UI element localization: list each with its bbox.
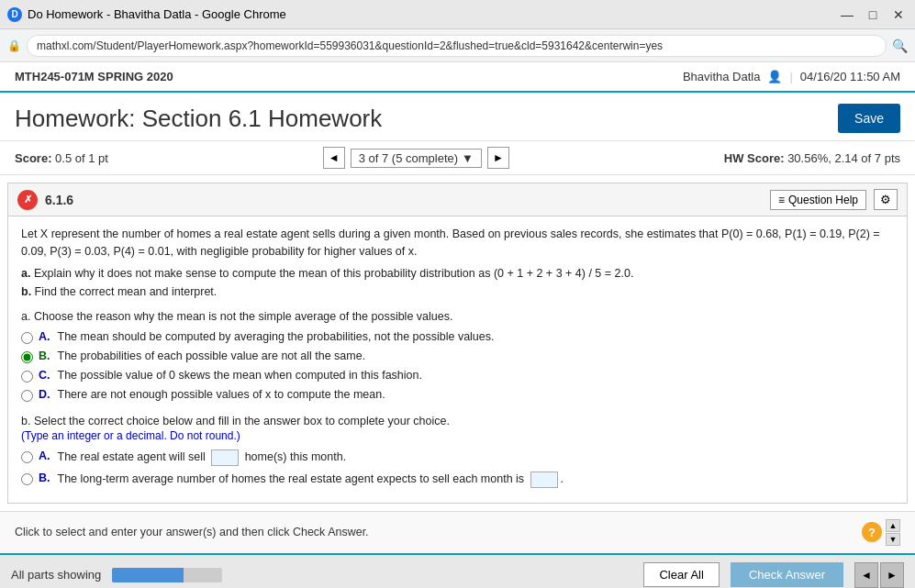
option-d-text: There are not enough possible values of … [58,388,385,401]
option-a-label: A. [39,330,50,343]
option-b-input[interactable] [530,472,558,488]
progress-text: 3 of 7 (5 complete) [359,151,458,165]
maximize-button[interactable]: □ [864,6,882,24]
part-a-label: a. [21,267,30,280]
progress-bar-fill [112,568,184,582]
save-button[interactable]: Save [838,104,900,133]
dropdown-arrow-icon: ▼ [462,151,474,165]
prev-question-button[interactable]: ◄ [323,147,345,169]
part-b-option-b-text: The long-term average number of homes th… [58,472,564,488]
search-icon[interactable]: 🔍 [892,39,908,53]
settings-button[interactable]: ⚙ [874,189,898,210]
option-b: B. The probabilities of each possible va… [21,349,894,363]
question-header: ✗ 6.1.6 ≡ Question Help ⚙ [8,183,907,216]
hw-score-display: HW Score: 30.56%, 2.14 of 7 pts [724,151,900,165]
list-icon: ≡ [778,194,785,206]
part-a-section: a. Choose the reason why the mean is not… [21,310,894,402]
all-parts-label: All parts showing [11,568,101,582]
part-b-option-b-radio[interactable] [21,473,33,485]
part-b-option-b: B. The long-term average number of homes… [21,472,894,488]
x-icon: ✗ [24,194,32,205]
scroll-controls: ▲ ▼ [886,519,900,546]
option-d: D. There are not enough possible values … [21,388,894,402]
part-a-question: a. Choose the reason why the mean is not… [21,310,894,323]
score-value: 0.5 of 1 pt [55,151,108,165]
check-answer-button[interactable]: Check Answer [731,562,843,587]
part-b-section: b. Select the correct choice below and f… [21,415,894,488]
question-help-label: Question Help [788,194,858,206]
problem-parts: a. Explain why it does not make sense to… [21,264,894,301]
question-status-icon: ✗ [17,190,38,210]
bottom-instruction-bar: Click to select and enter your answer(s)… [0,511,915,553]
bottom-bar: All parts showing Clear All Check Answer… [0,553,915,589]
title-bar: D Do Homework - Bhavitha Datla - Google … [0,0,915,29]
user-name: Bhavitha Datla [683,70,761,83]
next-question-button[interactable]: ► [487,147,509,169]
option-d-radio[interactable] [21,390,33,402]
question-help-button[interactable]: ≡ Question Help [770,190,866,210]
option-c-text: The possible value of 0 skews the mean w… [58,369,422,382]
homework-title-area: Homework: Section 6.1 Homework Save [0,93,915,141]
address-bar: 🔒 mathxl.com/Student/PlayerHomework.aspx… [0,29,915,62]
question-section: ✗ 6.1.6 ≡ Question Help ⚙ Let X represen… [7,183,908,504]
part-b-option-b-label: B. [39,472,50,484]
question-number: 6.1.6 [45,193,73,207]
help-button[interactable]: ? [862,522,882,542]
option-b-radio[interactable] [21,351,33,363]
part-b-option-a: A. The real estate agent will sell home(… [21,449,894,466]
gear-icon: ⚙ [880,193,891,206]
part-b-option-a-radio[interactable] [21,451,33,463]
date-time: 04/16/20 11:50 AM [800,70,900,83]
part-b-option-a-label: A. [39,449,50,462]
progress-display[interactable]: 3 of 7 (5 complete) ▼ [351,149,482,168]
scroll-down-button[interactable]: ▼ [886,533,900,546]
problem-text: Let X represent the number of homes a re… [21,226,894,261]
option-c: C. The possible value of 0 skews the mea… [21,369,894,383]
instruction-text: Click to select and enter your answer(s)… [15,526,369,538]
question-body: Let X represent the number of homes a re… [8,216,907,503]
option-b-label: B. [39,349,50,362]
close-button[interactable]: ✕ [889,6,908,24]
part-b-option-a-text: The real estate agent will sell home(s) … [58,449,347,466]
part-b-question: b. Select the correct choice below and f… [21,415,894,427]
score-label: Score: [15,151,51,165]
option-a-radio[interactable] [21,332,33,344]
lock-icon: 🔒 [7,39,21,52]
question-nav: ◄ 3 of 7 (5 complete) ▼ ► [108,147,724,169]
type-hint: (Type an integer or a decimal. Do not ro… [21,429,894,442]
part-a-text: Explain why it does not make sense to co… [34,267,634,280]
option-b-text: The probabilities of each possible value… [58,349,366,362]
browser-favicon: D [7,7,22,22]
bottom-prev-button[interactable]: ◄ [854,562,878,588]
part-b-label: b. [21,285,31,298]
clear-all-button[interactable]: Clear All [643,562,719,587]
user-icon: 👤 [767,70,782,83]
course-title: MTH245-071M SPRING 2020 [15,70,173,83]
option-a-input[interactable] [211,449,239,466]
homework-title: Homework: Section 6.1 Homework [15,105,382,133]
scroll-area: ? ▲ ▼ [862,519,900,546]
user-info: Bhavitha Datla 👤 | 04/16/20 11:50 AM [683,70,900,83]
divider: | [789,70,792,83]
option-d-label: D. [39,388,50,401]
bottom-next-button[interactable]: ► [880,562,904,588]
minimize-button[interactable]: — [838,6,856,24]
bottom-nav: ◄ ► [854,562,904,588]
option-c-label: C. [39,369,50,382]
score-row: Score: 0.5 of 1 pt ◄ 3 of 7 (5 complete)… [0,141,915,175]
window-controls: — □ ✕ [838,6,908,24]
url-input[interactable]: mathxl.com/Student/PlayerHomework.aspx?h… [27,35,887,57]
score-display: Score: 0.5 of 1 pt [15,151,108,165]
option-a: A. The mean should be computed by averag… [21,330,894,344]
question-actions: ≡ Question Help ⚙ [770,189,898,210]
hw-score-label: HW Score: [724,151,785,165]
course-header: MTH245-071M SPRING 2020 Bhavitha Datla 👤… [0,62,915,93]
option-a-text: The mean should be computed by averaging… [58,330,495,343]
hw-score-value: 30.56%, 2.14 of 7 pts [787,151,900,165]
window-title: Do Homework - Bhavitha Datla - Google Ch… [28,7,838,21]
scroll-up-button[interactable]: ▲ [886,519,900,532]
part-b-text: Find the correct mean and interpret. [35,285,218,298]
progress-bar [112,568,222,582]
question-id: ✗ 6.1.6 [17,190,73,210]
option-c-radio[interactable] [21,371,33,383]
